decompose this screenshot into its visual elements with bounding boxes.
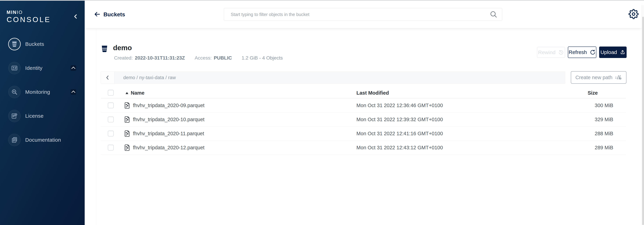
documentation-icon bbox=[8, 134, 21, 146]
upload-label: Upload bbox=[600, 49, 617, 55]
column-header-size: Size bbox=[579, 90, 598, 96]
rewind-icon bbox=[558, 50, 564, 55]
upload-icon bbox=[620, 49, 626, 55]
bucket-meta: Created: 2022-10-31T11:31:23Z Access: PU… bbox=[114, 55, 283, 61]
created-label: Created: bbox=[114, 55, 133, 61]
create-path-label: Create new path bbox=[576, 75, 612, 80]
breadcrumb-path[interactable]: demo / ny-taxi-data / raw bbox=[114, 72, 176, 83]
sidebar-item-label: Monitoring bbox=[25, 89, 50, 95]
minio-console-app: MINIO CONSOLE Buckets bbox=[0, 0, 644, 225]
sidebar-item-documentation[interactable]: Documentation bbox=[0, 134, 85, 146]
object-name: fhvhv_tripdata_2020-09.parquet bbox=[133, 98, 204, 112]
search-input[interactable] bbox=[224, 12, 490, 17]
logo-light: IO bbox=[17, 10, 23, 15]
sidebar-item-identity[interactable]: Identity bbox=[0, 62, 85, 74]
sidebar-collapse-button[interactable] bbox=[72, 12, 80, 20]
created-value: 2022-10-31T11:31:23Z bbox=[135, 55, 185, 61]
object-file-icon bbox=[124, 130, 131, 138]
object-file-icon bbox=[124, 102, 131, 109]
logo-wordmark: MINIO bbox=[6, 10, 51, 15]
back-button[interactable] bbox=[94, 11, 101, 18]
breadcrumb-bar: demo / ny-taxi-data / raw bbox=[101, 71, 565, 84]
gear-icon bbox=[628, 9, 638, 19]
object-filter-searchbox bbox=[224, 8, 502, 21]
settings-button[interactable] bbox=[628, 9, 638, 19]
sidebar-item-license[interactable]: License bbox=[0, 110, 85, 122]
identity-icon bbox=[8, 62, 21, 74]
object-size: 289 MiB bbox=[595, 141, 613, 155]
vertical-scrollbar[interactable] bbox=[642, 5, 644, 225]
logo-bold: MIN bbox=[6, 10, 17, 15]
chevron-up-icon bbox=[72, 67, 76, 71]
object-last-modified: Mon Oct 31 2022 12:41:16 GMT+0100 bbox=[356, 127, 443, 140]
monitoring-collapse-toggle[interactable] bbox=[70, 89, 76, 95]
sidebar-item-label: License bbox=[25, 113, 44, 119]
usage-summary: 1.2 GiB - 4 Objects bbox=[242, 55, 283, 61]
upload-button[interactable]: Upload bbox=[599, 46, 626, 58]
monitoring-icon bbox=[8, 86, 21, 98]
bucket-name-title: demo bbox=[113, 44, 132, 52]
search-icon bbox=[490, 10, 498, 18]
topbar-back-label[interactable]: Buckets bbox=[104, 11, 125, 18]
sidebar-item-label: Documentation bbox=[25, 137, 61, 143]
license-icon bbox=[8, 110, 21, 122]
name-header-label: Name bbox=[131, 90, 144, 96]
refresh-button[interactable]: Refresh bbox=[568, 46, 596, 58]
object-last-modified: Mon Oct 31 2022 12:39:32 GMT+0100 bbox=[356, 112, 443, 126]
object-name: fhvhv_tripdata_2020-12.parquet bbox=[133, 141, 204, 155]
object-file-icon bbox=[124, 116, 131, 123]
topbar: Buckets bbox=[85, 1, 642, 28]
chevron-left-icon bbox=[73, 13, 78, 19]
sidebar-item-label: Identity bbox=[25, 65, 42, 71]
row-checkbox[interactable] bbox=[108, 102, 114, 108]
sort-ascending-icon bbox=[126, 92, 128, 94]
table-row[interactable]: fhvhv_tripdata_2020-11.parquet Mon Oct 3… bbox=[101, 127, 626, 141]
access-value: PUBLIC bbox=[214, 55, 232, 61]
content-panel-edge bbox=[96, 28, 96, 225]
select-all-checkbox[interactable] bbox=[108, 90, 114, 96]
scrollbar-thumb[interactable] bbox=[642, 17, 644, 225]
refresh-label: Refresh bbox=[568, 49, 587, 55]
row-checkbox[interactable] bbox=[108, 145, 114, 151]
object-name: fhvhv_tripdata_2020-11.parquet bbox=[133, 127, 204, 140]
arrow-left-icon bbox=[94, 11, 101, 18]
chevron-left-icon bbox=[105, 75, 110, 80]
rewind-label: Rewind bbox=[538, 49, 556, 55]
create-new-path-button[interactable]: Create new path bbox=[571, 71, 626, 84]
refresh-icon bbox=[590, 49, 596, 55]
sidebar-item-label: Buckets bbox=[25, 41, 44, 47]
object-size: 329 MiB bbox=[595, 112, 613, 126]
object-last-modified: Mon Oct 31 2022 12:43:12 GMT+0100 bbox=[356, 141, 443, 155]
sidebar-item-monitoring[interactable]: Monitoring bbox=[0, 86, 85, 98]
identity-collapse-toggle[interactable] bbox=[70, 65, 76, 71]
bucket-icon bbox=[100, 44, 108, 53]
table-row[interactable]: fhvhv_tripdata_2020-12.parquet Mon Oct 3… bbox=[101, 141, 626, 155]
object-file-icon bbox=[124, 144, 131, 152]
column-header-last-modified: Last Modified bbox=[356, 90, 389, 96]
create-path-icon bbox=[615, 74, 622, 81]
sidebar-item-buckets[interactable]: Buckets bbox=[0, 38, 85, 50]
table-row[interactable]: fhvhv_tripdata_2020-09.parquet Mon Oct 3… bbox=[101, 98, 626, 112]
object-size: 300 MiB bbox=[595, 98, 613, 112]
table-row[interactable]: fhvhv_tripdata_2020-10.parquet Mon Oct 3… bbox=[101, 112, 626, 127]
row-checkbox[interactable] bbox=[108, 116, 114, 122]
bucket-icon bbox=[8, 38, 21, 50]
breadcrumb-back-button[interactable] bbox=[101, 72, 114, 83]
column-header-name[interactable]: Name bbox=[126, 90, 144, 96]
row-checkbox[interactable] bbox=[108, 131, 114, 136]
sidebar: MINIO CONSOLE Buckets bbox=[0, 1, 85, 225]
object-size: 288 MiB bbox=[595, 127, 613, 140]
object-name: fhvhv_tripdata_2020-10.parquet bbox=[133, 112, 204, 126]
logo-product: CONSOLE bbox=[6, 16, 51, 23]
chevron-up-icon bbox=[72, 91, 76, 95]
minio-logo: MINIO CONSOLE bbox=[6, 10, 51, 23]
rewind-button[interactable]: Rewind bbox=[537, 47, 565, 58]
access-label: Access: bbox=[194, 55, 212, 61]
object-last-modified: Mon Oct 31 2022 12:36:46 GMT+0100 bbox=[356, 98, 443, 112]
